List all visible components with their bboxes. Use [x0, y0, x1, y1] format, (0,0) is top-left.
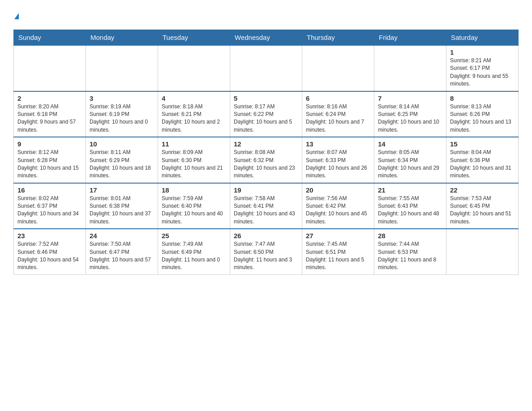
day-info: Sunrise: 7:49 AMSunset: 6:49 PMDaylight:…	[162, 240, 226, 272]
calendar-cell: 22Sunrise: 7:53 AMSunset: 6:45 PMDayligh…	[446, 183, 519, 229]
calendar-cell: 28Sunrise: 7:44 AMSunset: 6:53 PMDayligh…	[374, 229, 446, 274]
calendar-cell	[446, 229, 519, 274]
weekday-header-tuesday: Tuesday	[158, 30, 230, 46]
day-number: 10	[90, 140, 154, 148]
day-number: 4	[162, 94, 226, 102]
day-info: Sunrise: 8:01 AMSunset: 6:38 PMDaylight:…	[90, 195, 154, 226]
day-info: Sunrise: 7:59 AMSunset: 6:40 PMDaylight:…	[162, 195, 226, 226]
calendar-cell: 7Sunrise: 8:14 AMSunset: 6:25 PMDaylight…	[374, 91, 446, 137]
calendar-cell: 11Sunrise: 8:09 AMSunset: 6:30 PMDayligh…	[158, 137, 230, 183]
day-info: Sunrise: 8:17 AMSunset: 6:22 PMDaylight:…	[234, 103, 298, 134]
day-number: 9	[17, 140, 82, 148]
day-number: 16	[17, 186, 82, 194]
day-info: Sunrise: 8:20 AMSunset: 6:18 PMDaylight:…	[17, 103, 82, 134]
day-info: Sunrise: 8:04 AMSunset: 6:36 PMDaylight:…	[450, 149, 515, 180]
day-number: 25	[162, 232, 226, 240]
day-number: 19	[234, 186, 298, 194]
calendar-cell: 3Sunrise: 8:19 AMSunset: 6:19 PMDaylight…	[86, 91, 158, 137]
calendar-cell: 23Sunrise: 7:52 AMSunset: 6:46 PMDayligh…	[14, 229, 86, 274]
calendar-cell: 24Sunrise: 7:50 AMSunset: 6:47 PMDayligh…	[86, 229, 158, 274]
day-info: Sunrise: 7:45 AMSunset: 6:51 PMDaylight:…	[306, 240, 370, 272]
day-info: Sunrise: 8:16 AMSunset: 6:24 PMDaylight:…	[306, 103, 370, 134]
logo-triangle-icon	[14, 13, 19, 19]
calendar-cell: 20Sunrise: 7:56 AMSunset: 6:42 PMDayligh…	[302, 183, 374, 229]
calendar-cell: 9Sunrise: 8:12 AMSunset: 6:28 PMDaylight…	[14, 137, 86, 183]
calendar-cell: 21Sunrise: 7:55 AMSunset: 6:43 PMDayligh…	[374, 183, 446, 229]
day-number: 3	[90, 94, 154, 102]
weekday-header-friday: Friday	[374, 30, 446, 46]
day-number: 5	[234, 94, 298, 102]
day-number: 14	[378, 140, 442, 148]
day-info: Sunrise: 8:21 AMSunset: 6:17 PMDaylight:…	[450, 57, 515, 88]
calendar-header-row: SundayMondayTuesdayWednesdayThursdayFrid…	[14, 30, 519, 46]
calendar-cell: 5Sunrise: 8:17 AMSunset: 6:22 PMDaylight…	[230, 91, 302, 137]
day-number: 24	[90, 232, 154, 240]
day-info: Sunrise: 7:47 AMSunset: 6:50 PMDaylight:…	[234, 240, 298, 272]
day-info: Sunrise: 7:52 AMSunset: 6:46 PMDaylight:…	[17, 240, 82, 272]
weekday-header-monday: Monday	[86, 30, 158, 46]
day-number: 7	[378, 94, 442, 102]
weekday-header-saturday: Saturday	[446, 30, 519, 46]
logo	[13, 9, 19, 21]
week-row-1: 1Sunrise: 8:21 AMSunset: 6:17 PMDaylight…	[14, 45, 519, 91]
day-number: 22	[450, 186, 515, 194]
calendar-cell: 2Sunrise: 8:20 AMSunset: 6:18 PMDaylight…	[14, 91, 86, 137]
day-info: Sunrise: 8:12 AMSunset: 6:28 PMDaylight:…	[17, 149, 82, 180]
week-row-3: 9Sunrise: 8:12 AMSunset: 6:28 PMDaylight…	[14, 137, 519, 183]
day-info: Sunrise: 8:18 AMSunset: 6:21 PMDaylight:…	[162, 103, 226, 134]
day-number: 1	[450, 48, 515, 56]
week-row-2: 2Sunrise: 8:20 AMSunset: 6:18 PMDaylight…	[14, 91, 519, 137]
calendar-cell: 25Sunrise: 7:49 AMSunset: 6:49 PMDayligh…	[158, 229, 230, 274]
day-info: Sunrise: 8:08 AMSunset: 6:32 PMDaylight:…	[234, 149, 298, 180]
calendar-cell: 1Sunrise: 8:21 AMSunset: 6:17 PMDaylight…	[446, 45, 519, 91]
calendar-cell: 18Sunrise: 7:59 AMSunset: 6:40 PMDayligh…	[158, 183, 230, 229]
calendar-table: SundayMondayTuesdayWednesdayThursdayFrid…	[13, 30, 519, 275]
day-info: Sunrise: 8:11 AMSunset: 6:29 PMDaylight:…	[90, 149, 154, 180]
day-info: Sunrise: 8:02 AMSunset: 6:37 PMDaylight:…	[17, 195, 82, 226]
calendar-cell: 17Sunrise: 8:01 AMSunset: 6:38 PMDayligh…	[86, 183, 158, 229]
calendar-cell: 8Sunrise: 8:13 AMSunset: 6:26 PMDaylight…	[446, 91, 519, 137]
calendar-cell: 10Sunrise: 8:11 AMSunset: 6:29 PMDayligh…	[86, 137, 158, 183]
weekday-header-wednesday: Wednesday	[230, 30, 302, 46]
calendar-cell: 14Sunrise: 8:05 AMSunset: 6:34 PMDayligh…	[374, 137, 446, 183]
calendar-cell: 16Sunrise: 8:02 AMSunset: 6:37 PMDayligh…	[14, 183, 86, 229]
week-row-5: 23Sunrise: 7:52 AMSunset: 6:46 PMDayligh…	[14, 229, 519, 274]
day-number: 11	[162, 140, 226, 148]
day-number: 15	[450, 140, 515, 148]
calendar-cell: 12Sunrise: 8:08 AMSunset: 6:32 PMDayligh…	[230, 137, 302, 183]
day-number: 17	[90, 186, 154, 194]
day-number: 6	[306, 94, 370, 102]
day-info: Sunrise: 7:58 AMSunset: 6:41 PMDaylight:…	[234, 195, 298, 226]
logo-line1	[13, 9, 19, 21]
calendar-cell: 15Sunrise: 8:04 AMSunset: 6:36 PMDayligh…	[446, 137, 519, 183]
day-info: Sunrise: 8:14 AMSunset: 6:25 PMDaylight:…	[378, 103, 442, 134]
day-info: Sunrise: 7:55 AMSunset: 6:43 PMDaylight:…	[378, 195, 442, 226]
day-number: 20	[306, 186, 370, 194]
day-number: 13	[306, 140, 370, 148]
day-info: Sunrise: 8:09 AMSunset: 6:30 PMDaylight:…	[162, 149, 226, 180]
calendar-cell: 27Sunrise: 7:45 AMSunset: 6:51 PMDayligh…	[302, 229, 374, 274]
weekday-header-thursday: Thursday	[302, 30, 374, 46]
day-number: 2	[17, 94, 82, 102]
day-info: Sunrise: 8:19 AMSunset: 6:19 PMDaylight:…	[90, 103, 154, 134]
day-number: 26	[234, 232, 298, 240]
day-number: 21	[378, 186, 442, 194]
day-info: Sunrise: 7:53 AMSunset: 6:45 PMDaylight:…	[450, 195, 515, 226]
day-info: Sunrise: 7:44 AMSunset: 6:53 PMDaylight:…	[378, 240, 442, 272]
calendar-cell: 13Sunrise: 8:07 AMSunset: 6:33 PMDayligh…	[302, 137, 374, 183]
day-info: Sunrise: 7:56 AMSunset: 6:42 PMDaylight:…	[306, 195, 370, 226]
day-info: Sunrise: 8:13 AMSunset: 6:26 PMDaylight:…	[450, 103, 515, 134]
page-header	[13, 9, 519, 21]
calendar-cell	[14, 45, 86, 91]
calendar-cell	[158, 45, 230, 91]
day-number: 23	[17, 232, 82, 240]
weekday-header-sunday: Sunday	[14, 30, 86, 46]
calendar-cell	[86, 45, 158, 91]
day-number: 27	[306, 232, 370, 240]
week-row-4: 16Sunrise: 8:02 AMSunset: 6:37 PMDayligh…	[14, 183, 519, 229]
day-info: Sunrise: 7:50 AMSunset: 6:47 PMDaylight:…	[90, 240, 154, 272]
calendar-cell: 19Sunrise: 7:58 AMSunset: 6:41 PMDayligh…	[230, 183, 302, 229]
day-number: 28	[378, 232, 442, 240]
calendar-cell: 4Sunrise: 8:18 AMSunset: 6:21 PMDaylight…	[158, 91, 230, 137]
calendar-cell: 26Sunrise: 7:47 AMSunset: 6:50 PMDayligh…	[230, 229, 302, 274]
